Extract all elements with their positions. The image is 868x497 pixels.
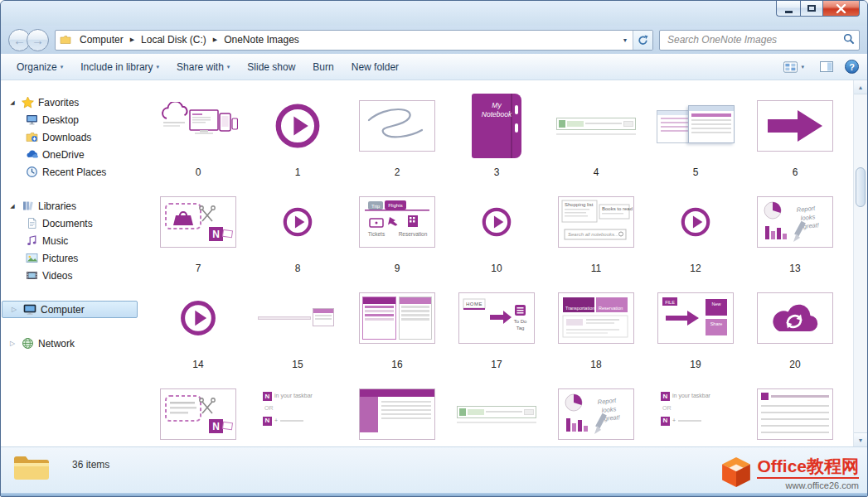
file-item[interactable]: Shopping list Books to read Search all n… bbox=[546, 181, 646, 277]
sidebar-item-downloads[interactable]: Downloads bbox=[1, 128, 138, 146]
toolbar-item-label: Include in library bbox=[80, 61, 153, 73]
sidebar-item-music[interactable]: Music bbox=[1, 232, 138, 249]
file-label: 19 bbox=[690, 359, 701, 374]
close-icon bbox=[836, 4, 846, 13]
toolbar-item[interactable]: Share with▾ bbox=[169, 57, 237, 77]
sidebar-item-recent-places[interactable]: Recent Places bbox=[1, 163, 138, 181]
file-item[interactable]: Report looks great! 13 bbox=[745, 181, 845, 277]
sidebar-item-desktop[interactable]: Desktop bbox=[1, 111, 138, 128]
sidebar-item-label: Desktop bbox=[42, 114, 79, 126]
breadcrumb-item[interactable]: OneNote Images bbox=[218, 31, 305, 50]
file-item[interactable]: 12 bbox=[646, 181, 745, 277]
expander-icon[interactable]: ◢ bbox=[7, 99, 17, 106]
help-button[interactable]: ? bbox=[845, 60, 859, 74]
file-item[interactable]: Report looks great! bbox=[546, 374, 646, 446]
file-item[interactable]: 6 bbox=[745, 85, 845, 181]
file-item[interactable]: 0 bbox=[148, 85, 248, 181]
refresh-icon bbox=[638, 35, 648, 46]
svg-text:Trip: Trip bbox=[371, 204, 381, 209]
file-item[interactable]: 15 bbox=[248, 277, 347, 374]
file-item[interactable]: 1 bbox=[248, 85, 347, 181]
search-placeholder: Search OneNote Images bbox=[667, 34, 843, 46]
file-item[interactable]: Transportation Reservation 18 bbox=[546, 277, 646, 374]
file-item[interactable]: 14 bbox=[148, 277, 248, 374]
toolbar-item-label: Burn bbox=[313, 61, 333, 73]
refresh-button[interactable] bbox=[633, 31, 652, 50]
file-item[interactable]: Nin your taskbar OR N+ bbox=[646, 374, 745, 446]
file-item[interactable]: Trip Flights Tickets Reservation9 bbox=[347, 181, 447, 277]
file-label: 12 bbox=[690, 263, 701, 277]
file-item[interactable]: MyNotebook 3 bbox=[447, 85, 546, 181]
preview-pane-button[interactable] bbox=[816, 58, 837, 75]
scroll-up-button[interactable]: ▲ bbox=[854, 80, 867, 94]
file-item[interactable]: 8 bbox=[248, 181, 347, 277]
sidebar-item-documents[interactable]: Documents bbox=[1, 215, 138, 232]
vertical-scrollbar[interactable]: ▲ ▼ bbox=[853, 80, 867, 446]
computer-icon bbox=[23, 303, 36, 316]
file-thumbnail bbox=[646, 181, 745, 263]
file-item[interactable]: 4 bbox=[546, 85, 646, 181]
address-bar[interactable]: Computer▶Local Disk (C:)▶OneNote Images … bbox=[55, 30, 653, 51]
expander-icon[interactable]: ▷ bbox=[9, 306, 19, 313]
toolbar-item[interactable]: Burn bbox=[305, 57, 341, 77]
sidebar-item-videos[interactable]: Videos bbox=[1, 267, 138, 284]
toolbar-item[interactable]: Slide show bbox=[240, 57, 303, 77]
sidebar-item-label: Computer bbox=[41, 304, 85, 316]
close-button[interactable] bbox=[822, 1, 860, 17]
search-box[interactable]: Search OneNote Images bbox=[659, 30, 860, 51]
file-thumbnail bbox=[148, 277, 248, 359]
file-item[interactable] bbox=[745, 374, 845, 446]
downloads-icon bbox=[26, 131, 38, 143]
search-icon[interactable] bbox=[843, 33, 855, 47]
svg-text:N: N bbox=[212, 421, 220, 432]
chevron-down-icon: ▾ bbox=[801, 64, 804, 70]
address-dropdown-button[interactable]: ▼ bbox=[618, 31, 633, 50]
desktop-icon bbox=[26, 113, 38, 126]
expander-icon[interactable]: ▷ bbox=[7, 340, 17, 347]
titlebar[interactable] bbox=[1, 1, 867, 26]
file-thumbnail bbox=[248, 181, 347, 263]
maximize-button[interactable] bbox=[800, 1, 822, 17]
sidebar-item-favorites[interactable]: ◢ Favorites bbox=[1, 94, 138, 111]
file-label: 1 bbox=[295, 166, 301, 181]
explorer-window: ← → Computer▶Local Disk (C:)▶OneNote Ima… bbox=[0, 0, 868, 497]
sidebar-item-pictures[interactable]: Pictures bbox=[1, 249, 138, 267]
toolbar-item[interactable]: Include in library▾ bbox=[73, 57, 167, 77]
file-item[interactable] bbox=[447, 374, 546, 446]
sidebar-item-libraries[interactable]: ◢ Libraries bbox=[1, 197, 138, 215]
file-thumbnail: N bbox=[148, 181, 248, 263]
toolbar-right: ▾ ? bbox=[779, 58, 859, 76]
file-item[interactable]: 10 bbox=[447, 181, 546, 277]
file-item[interactable]: FILE New Share19 bbox=[646, 277, 745, 374]
file-thumbnail: N bbox=[148, 374, 248, 446]
views-button[interactable]: ▾ bbox=[779, 58, 808, 76]
scroll-down-button[interactable]: ▼ bbox=[854, 432, 867, 446]
sidebar-item-computer[interactable]: ▷ Computer bbox=[2, 301, 138, 318]
chevron-down-icon: ▾ bbox=[61, 64, 64, 70]
chevron-down-icon: ▾ bbox=[157, 64, 160, 70]
breadcrumb-item[interactable]: Computer bbox=[74, 31, 129, 50]
watermark-url: www.office26.com bbox=[757, 480, 859, 490]
breadcrumb-item[interactable]: Local Disk (C:) bbox=[135, 31, 212, 50]
file-thumbnail: FILE New Share bbox=[646, 277, 745, 359]
svg-text:looks: looks bbox=[800, 213, 816, 222]
file-label: 13 bbox=[789, 263, 800, 277]
file-item[interactable] bbox=[347, 374, 447, 446]
file-item[interactable]: N 7 bbox=[148, 181, 248, 277]
scrollbar-thumb[interactable] bbox=[856, 167, 866, 207]
minimize-button[interactable] bbox=[776, 1, 800, 17]
toolbar-item[interactable]: New folder bbox=[344, 57, 406, 77]
sidebar-item-network[interactable]: ▷ Network bbox=[1, 335, 138, 352]
file-item[interactable]: 2 bbox=[347, 85, 447, 181]
file-item[interactable]: Nin your taskbar OR N+ bbox=[248, 374, 347, 446]
file-label: 4 bbox=[594, 166, 599, 181]
file-item[interactable]: HOME To DoTag17 bbox=[447, 277, 546, 374]
expander-icon[interactable]: ◢ bbox=[7, 203, 17, 210]
sidebar-item-onedrive[interactable]: OneDrive bbox=[1, 146, 138, 163]
file-item[interactable]: 20 bbox=[745, 277, 845, 374]
toolbar-item[interactable]: Organize▾ bbox=[9, 57, 70, 77]
file-item[interactable]: 16 bbox=[347, 277, 447, 374]
file-item[interactable]: 5 bbox=[646, 85, 745, 181]
forward-button[interactable]: → bbox=[27, 29, 49, 51]
file-item[interactable]: N bbox=[148, 374, 248, 446]
